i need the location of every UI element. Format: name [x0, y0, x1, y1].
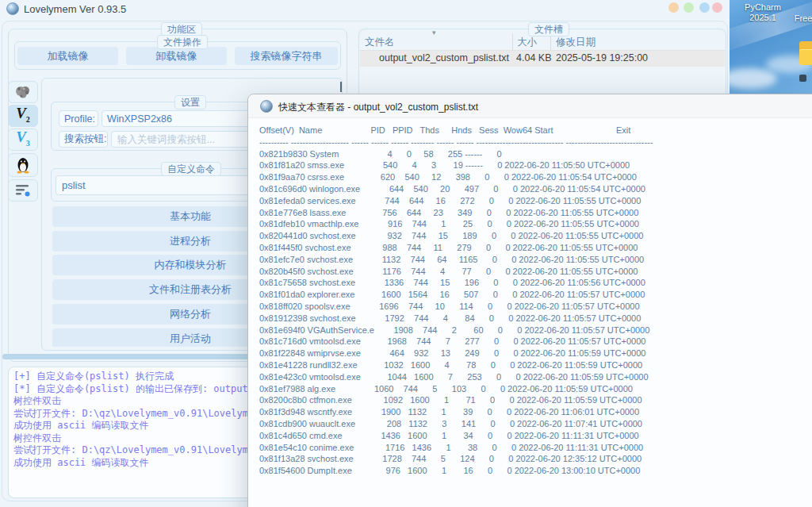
window-dot-red[interactable] — [712, 2, 722, 13]
settings-label: 设置 — [174, 95, 206, 109]
volatility3-icon: V3 — [16, 129, 30, 151]
column-header-modified[interactable]: 修改日期 — [556, 36, 596, 49]
window-dot-orange[interactable] — [668, 2, 679, 13]
search-image-strings-button[interactable]: 搜索镜像字符串 — [235, 47, 338, 65]
desktop-icon-partial[interactable] — [799, 75, 806, 82]
app-title: Lovelymem Ver 0.93.5 — [24, 3, 126, 15]
viewer-titlebar[interactable]: 快速文本查看器 - output_vol2_custom_pslist.txt — [248, 94, 812, 118]
file-name: output_vol2_custom_pslist.txt — [379, 52, 509, 63]
folder-icon-front — [799, 49, 812, 65]
tab-linux[interactable] — [8, 153, 38, 177]
tab-volatility2[interactable]: V2 — [8, 105, 38, 127]
file-size: 4.04 KB — [516, 52, 551, 63]
pslist-output-text: Offset(V) Name PID PPID Thds Hnds Sess W… — [259, 125, 730, 477]
viewer-title: 快速文本查看器 - output_vol2_custom_pslist.txt — [278, 101, 478, 114]
tab-volatility3[interactable]: V3 — [8, 129, 38, 151]
tab-list[interactable] — [8, 179, 38, 202]
window-dot-green[interactable] — [684, 2, 694, 13]
viewer-avatar-icon — [260, 100, 273, 113]
load-image-button[interactable]: 加载镜像 — [17, 47, 118, 65]
desktop-icon-label-pycharm[interactable]: PyCharm 2025.1 — [739, 2, 787, 23]
unload-image-button[interactable]: 卸载镜像 — [126, 47, 227, 65]
file-modified: 2025-05-19 19:25:00 — [556, 52, 648, 63]
search-buttons-label: 搜索按钮: — [59, 131, 108, 148]
column-header-filename[interactable]: 文件名 — [365, 36, 395, 49]
column-separator — [512, 33, 513, 50]
file-slot-label: 文件槽 — [528, 22, 569, 36]
desktop-icon-label-free[interactable]: Free — [791, 13, 812, 24]
file-ops-label: 文件操作 — [157, 35, 208, 49]
profile-label: Profile: — [59, 110, 98, 127]
column-header-size[interactable]: 大小 — [517, 36, 537, 49]
file-row[interactable]: output_vol2_custom_pslist.txt 4.04 KB 20… — [360, 51, 725, 67]
penguin-icon — [16, 156, 30, 174]
desktop-wallpaper: PyCharm 2025.1 Free — [728, 0, 812, 97]
tab-tool-1[interactable] — [8, 81, 38, 103]
custom-command-label: 自定义命令 — [161, 162, 221, 176]
screen: PyCharm 2025.1 Free Lovelymem Ver 0.93.5… — [0, 0, 812, 507]
list-icon — [15, 184, 31, 197]
caret-mark — [340, 82, 342, 92]
folder-icon[interactable] — [799, 41, 812, 67]
window-dot-blue[interactable] — [699, 2, 710, 13]
quick-text-viewer-window: 快速文本查看器 - output_vol2_custom_pslist.txt … — [247, 94, 812, 507]
cloud-shape — [722, 68, 777, 89]
app-titlebar[interactable]: Lovelymem Ver 0.93.5 — [0, 0, 730, 19]
volatility2-icon: V2 — [16, 106, 30, 127]
sort-chevron-icon[interactable]: ▾ — [432, 30, 440, 36]
wolf-icon — [14, 84, 32, 100]
app-avatar-icon — [6, 2, 19, 15]
